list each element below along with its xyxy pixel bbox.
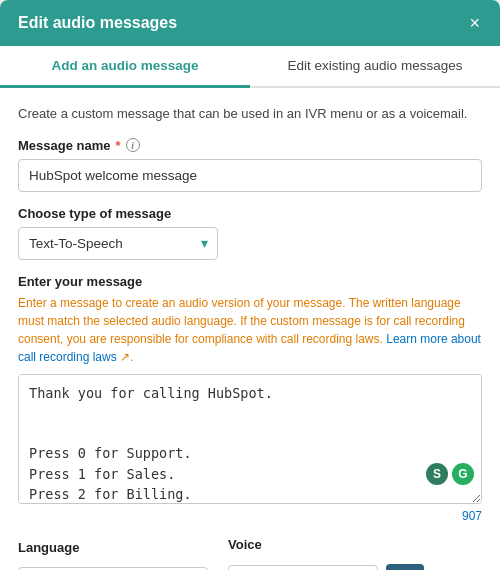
message-type-select-wrapper: Text-To-Speech Upload audio file ▾ [18, 227, 218, 260]
voice-row: Joanna Matthew Kendra ▾ [228, 564, 424, 571]
textarea-wrapper: Thank you for calling HubSpot. Press 0 f… [18, 374, 482, 507]
enter-message-group: Enter your message Enter a message to cr… [18, 274, 482, 523]
voice-label: Voice [228, 537, 424, 552]
voice-select-wrapper: Joanna Matthew Kendra ▾ [228, 565, 378, 570]
language-label: Language [18, 540, 208, 555]
language-group: Language English - United States English… [18, 540, 208, 571]
message-name-input[interactable] [18, 159, 482, 192]
language-select[interactable]: English - United States English - UK Spa… [18, 567, 208, 571]
close-button[interactable]: × [467, 14, 482, 32]
spell-check-icon[interactable]: S [426, 463, 448, 485]
message-type-group: Choose type of message Text-To-Speech Up… [18, 206, 482, 260]
tab-add-audio[interactable]: Add an audio message [0, 46, 250, 88]
voice-select[interactable]: Joanna Matthew Kendra [228, 565, 378, 570]
message-type-select[interactable]: Text-To-Speech Upload audio file [18, 227, 218, 260]
play-button[interactable] [386, 564, 424, 571]
message-type-label: Choose type of message [18, 206, 482, 221]
required-indicator: * [116, 138, 121, 153]
enter-message-label: Enter your message [18, 274, 482, 289]
voice-group: Voice Joanna Matthew Kendra ▾ [228, 537, 424, 571]
modal-title: Edit audio messages [18, 14, 177, 32]
description-text: Create a custom message that can be used… [18, 104, 482, 124]
edit-audio-modal: Edit audio messages × Add an audio messa… [0, 0, 500, 570]
message-name-group: Message name* i [18, 138, 482, 192]
grammar-check-icon[interactable]: G [452, 463, 474, 485]
char-count: 907 [18, 509, 482, 523]
modal-body: Create a custom message that can be used… [0, 88, 500, 570]
tabs-container: Add an audio message Edit existing audio… [0, 46, 500, 88]
info-icon[interactable]: i [126, 138, 140, 152]
message-textarea[interactable]: Thank you for calling HubSpot. Press 0 f… [18, 374, 482, 504]
warning-text: Enter a message to create an audio versi… [18, 294, 482, 366]
language-select-wrapper: English - United States English - UK Spa… [18, 567, 208, 571]
tab-edit-audio[interactable]: Edit existing audio messages [250, 46, 500, 88]
modal-header: Edit audio messages × [0, 0, 500, 46]
bottom-row: Language English - United States English… [18, 537, 482, 571]
textarea-icons: S G [426, 463, 474, 485]
message-name-label: Message name* i [18, 138, 482, 153]
